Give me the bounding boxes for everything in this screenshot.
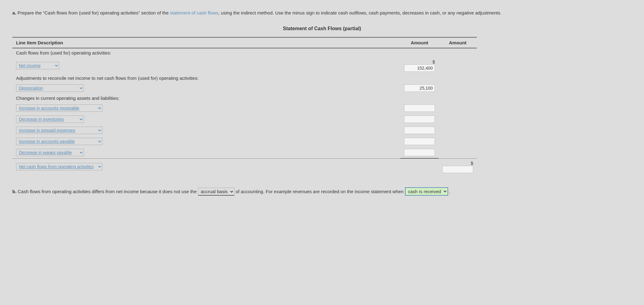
net-income-row: Net income $	[12, 57, 477, 74]
changes-label: Changes in current operating assets and …	[12, 94, 477, 103]
accounts-payable-input[interactable]	[404, 138, 435, 145]
net-income-dropdown[interactable]: Net income	[16, 62, 59, 69]
prepaid-expenses-amount2-cell	[439, 125, 477, 136]
accrual-basis-dropdown[interactable]: accrual basis cash basis	[198, 188, 234, 196]
wages-payable-input[interactable]	[404, 149, 435, 156]
cash-received-dropdown[interactable]: cash is received they are earned	[405, 187, 448, 196]
accounts-receivable-dropdown[interactable]: Increase in accounts receivable	[16, 104, 102, 112]
accounts-receivable-input[interactable]	[404, 104, 435, 112]
prepaid-expenses-dropdown[interactable]: Increase in prepaid expenses	[16, 127, 102, 134]
dollar-sign-2: $	[471, 161, 473, 166]
inventories-input[interactable]	[404, 116, 435, 123]
net-cash-input[interactable]	[442, 166, 473, 173]
dollar-sign-1: $	[432, 59, 435, 64]
net-income-cell: Net income	[12, 57, 400, 74]
accounts-payable-amount-cell	[400, 136, 439, 147]
section1-row: Cash flows from (used for) operating act…	[12, 48, 477, 57]
depreciation-input[interactable]	[404, 84, 435, 92]
table-title: Statement of Cash Flows (partial)	[12, 26, 632, 31]
col-amount2: Amount	[439, 37, 477, 48]
wages-payable-dropdown[interactable]: Decrease in wages payable	[16, 149, 84, 156]
net-income-amount-cell: $	[400, 57, 439, 74]
accounts-payable-cell: Increase in accounts payable	[12, 136, 400, 147]
accounts-payable-amount2-cell	[439, 136, 477, 147]
statement-link[interactable]: statement of cash flows	[170, 10, 218, 15]
depreciation-cell: Depreciation	[12, 83, 400, 94]
accounts-receivable-amount-cell	[400, 103, 439, 114]
adjustments-row: Adjustments to reconcile net income to n…	[12, 74, 477, 83]
adjustments-label: Adjustments to reconcile net income to n…	[12, 74, 477, 83]
wages-payable-cell: Decrease in wages payable	[12, 147, 400, 158]
prepaid-expenses-row: Increase in prepaid expenses	[12, 125, 477, 136]
accounts-receivable-row: Increase in accounts receivable	[12, 103, 477, 114]
net-cash-dropdown[interactable]: Net cash flows from operating activities	[16, 163, 102, 170]
depreciation-row: Depreciation	[12, 83, 477, 94]
net-cash-amount2-cell: $	[439, 158, 477, 175]
accounts-receivable-amount2-cell	[439, 103, 477, 114]
changes-row: Changes in current operating assets and …	[12, 94, 477, 103]
statement-table: Line Item Description Amount Amount Cash…	[12, 37, 477, 175]
depreciation-dropdown[interactable]: Depreciation	[16, 84, 84, 92]
net-income-input[interactable]	[404, 64, 435, 72]
prepaid-expenses-amount-cell	[400, 125, 439, 136]
accounts-receivable-cell: Increase in accounts receivable	[12, 103, 400, 114]
prepaid-expenses-cell: Increase in prepaid expenses	[12, 125, 400, 136]
col-amount1: Amount	[400, 37, 439, 48]
depreciation-amount-cell	[400, 83, 439, 94]
inventories-dropdown[interactable]: Decrease in inventories	[16, 116, 84, 123]
inventories-row: Decrease in inventories	[12, 114, 477, 125]
net-cash-amount-cell	[400, 158, 439, 175]
net-cash-cell: Net cash flows from operating activities	[12, 158, 400, 175]
accounts-payable-dropdown[interactable]: Increase in accounts payable	[16, 138, 102, 145]
part-a-label: a.	[12, 10, 16, 15]
section1-label: Cash flows from (used for) operating act…	[12, 48, 477, 57]
inventories-amount-cell	[400, 114, 439, 125]
part-b-text: b. Cash flows from operating activities …	[12, 187, 632, 196]
part-b-label: b.	[12, 189, 16, 194]
net-income-amount2-cell	[439, 57, 477, 74]
wages-payable-amount2-cell	[439, 147, 477, 158]
wages-payable-amount-cell	[400, 147, 439, 158]
accounts-payable-row: Increase in accounts payable	[12, 136, 477, 147]
inventories-cell: Decrease in inventories	[12, 114, 400, 125]
col-description: Line Item Description	[12, 37, 400, 48]
wages-payable-row: Decrease in wages payable	[12, 147, 477, 158]
depreciation-amount2-cell	[439, 83, 477, 94]
inventories-amount2-cell	[439, 114, 477, 125]
net-cash-row: Net cash flows from operating activities…	[12, 158, 477, 175]
prepaid-expenses-input[interactable]	[404, 127, 435, 134]
instruction-text: a. Prepare the “Cash flows from (used fo…	[12, 9, 632, 17]
